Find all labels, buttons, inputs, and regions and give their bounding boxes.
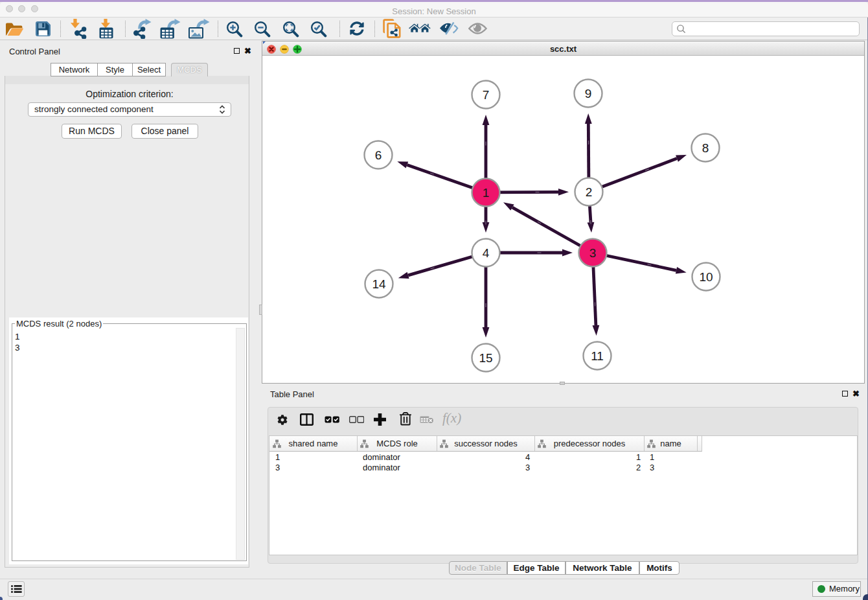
- svg-text:4: 4: [483, 246, 490, 260]
- svg-text:8: 8: [702, 141, 709, 155]
- svg-text:3: 3: [589, 246, 597, 260]
- svg-text:15: 15: [479, 351, 492, 365]
- svg-text:7: 7: [483, 88, 490, 102]
- svg-text:11: 11: [591, 349, 604, 363]
- svg-text:10: 10: [699, 270, 713, 284]
- svg-text:2: 2: [586, 185, 593, 199]
- svg-text:6: 6: [375, 148, 382, 162]
- svg-text:1: 1: [483, 186, 490, 200]
- svg-text:9: 9: [585, 87, 592, 100]
- svg-text:14: 14: [372, 277, 386, 291]
